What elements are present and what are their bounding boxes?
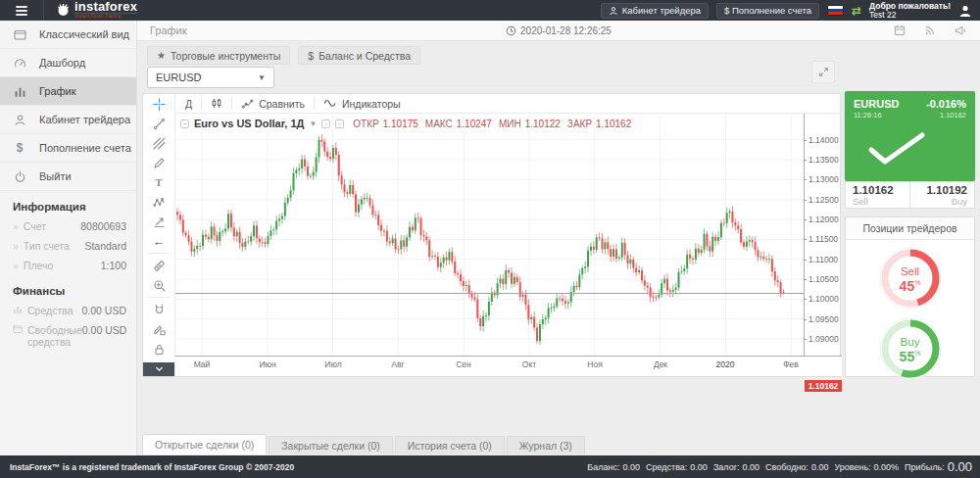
instrument-buttons-row: ★ Торговые инструменты $ Баланс и Средст… <box>147 46 420 65</box>
sell-price-cell[interactable]: 1.10162 Sell <box>845 181 910 209</box>
sidebar-item-1[interactable]: Дашборд <box>0 49 136 77</box>
power-icon <box>0 170 39 183</box>
draw-lock-icon[interactable] <box>143 319 174 339</box>
time-axis-label: Май <box>187 359 217 369</box>
price-scale[interactable]: 1.140001.135001.130001.125001.120001.115… <box>804 114 842 356</box>
footer-stat-value: 0.00% <box>874 462 900 472</box>
text-tool-icon[interactable]: T <box>143 172 174 192</box>
compare-button[interactable]: Сравнить <box>241 98 305 110</box>
check-icon <box>861 129 932 168</box>
classic-view-icon <box>0 28 39 41</box>
footer-copyright: InstaForex™ is a registered trademark of… <box>0 462 294 472</box>
info-section-title: Информация <box>0 191 136 216</box>
kv-label: Счет <box>24 220 46 232</box>
buy-price-cell[interactable]: 1.10192 Buy <box>910 181 975 209</box>
legend-settings-icon[interactable]: ◦ <box>335 120 344 128</box>
kv-value: Standard <box>84 240 126 252</box>
lion-logo-icon <box>56 3 71 18</box>
sidebar-kv-row: Средства0.00 USD <box>0 301 136 320</box>
bottom-tabs: Открытые сделки (0)Закрытые сделки (0)Ис… <box>142 434 585 454</box>
chevron-right-icon: » <box>13 220 19 232</box>
lock-icon[interactable] <box>143 339 174 358</box>
ruler-icon[interactable] <box>143 256 174 275</box>
sidebar-item-label: График <box>39 85 76 97</box>
chart-legend: − Euro vs US Dollar, 1Д ▼ ◦ ◦ ОТКР1.1017… <box>180 118 634 129</box>
footer-stat-value: 0.00 <box>622 462 640 472</box>
toolbar-collapse-button[interactable] <box>143 362 174 376</box>
brand-logo[interactable]: instaforex Instant Forex Trading <box>56 2 137 19</box>
sidebar-kv-row: »Счет80800693 <box>0 216 136 236</box>
footer-stat-label: Баланс: <box>587 462 619 472</box>
positions-title: Позиции трейдеров <box>846 217 974 240</box>
app-root: instaforex Instant Forex Trading Кабинет… <box>0 0 980 478</box>
drawing-toolbar: T← <box>143 94 175 376</box>
sell-gauge: Sell 45% <box>878 246 943 311</box>
candlestick-plot[interactable]: − Euro vs US Dollar, 1Д ▼ ◦ ◦ ОТКР1.1017… <box>175 114 804 356</box>
classic-view-icon <box>13 324 23 348</box>
arrow-left-icon[interactable]: ← <box>143 231 174 251</box>
zoom-in-icon[interactable] <box>143 275 174 295</box>
sidebar-item-label: Классический вид <box>39 28 129 40</box>
collapse-legend-icon[interactable]: − <box>180 120 189 128</box>
quote-card[interactable]: EURUSD -0.016% 11:26:16 1.10162 <box>845 91 975 181</box>
hamburger-menu-icon[interactable] <box>0 0 44 21</box>
symbol-select[interactable]: EURUSD ▼ <box>147 67 274 88</box>
sidebar-item-4[interactable]: $Пополнение счета <box>0 134 136 163</box>
footer-stat-label: Средства: <box>646 462 687 472</box>
time-axis-label: Фев <box>776 359 806 369</box>
fullscreen-expand-button[interactable] <box>811 61 835 83</box>
sidebar-item-label: Выйти <box>39 170 72 182</box>
kv-label: Тип счета <box>24 240 70 252</box>
footer-stat-label: Свободно: <box>765 462 808 472</box>
candles-icon <box>211 97 222 110</box>
sidebar-item-0[interactable]: Классический вид <box>0 21 136 49</box>
sidebar-item-label: Дашборд <box>39 57 85 69</box>
footer: InstaForex™ is a registered trademark of… <box>0 455 980 478</box>
interval-button[interactable]: Д <box>185 98 192 110</box>
sidebar-item-2[interactable]: График <box>0 77 136 106</box>
deposit-button[interactable]: $ Пополнение счета <box>716 3 819 19</box>
trend-line-icon[interactable] <box>143 114 174 133</box>
trading-instruments-button[interactable]: ★ Торговые инструменты <box>147 46 290 65</box>
sidebar-item-3[interactable]: Кабинет трейдера <box>0 106 136 134</box>
price-axis-label: 1.12000 <box>804 215 842 224</box>
time-axis-label: Окт <box>514 359 544 369</box>
pattern-icon[interactable] <box>143 192 174 212</box>
time-axis-label: Авг <box>383 359 413 369</box>
current-price-badge: 1.10162 <box>805 380 842 392</box>
welcome-text: Добро пожаловать! Test 22 <box>869 2 951 20</box>
price-axis-label: 1.09000 <box>804 334 842 344</box>
time-axis-label: Дек <box>646 359 675 369</box>
trader-cabinet-button[interactable]: Кабинет трейдера <box>601 3 709 19</box>
exchange-arrows-icon[interactable]: ⇄ <box>852 5 861 17</box>
brush-icon[interactable] <box>143 153 174 172</box>
quote-symbol: EURUSD <box>854 98 899 110</box>
time-axis-label: 2020 <box>710 359 740 369</box>
tab-3[interactable]: Журнал (3) <box>507 436 585 454</box>
balance-funds-button[interactable]: $ Баланс и Средства <box>298 46 420 65</box>
footer-stat-label: Уровень: <box>834 462 870 472</box>
chevron-down-icon: ▼ <box>258 73 266 82</box>
indicators-button[interactable]: Индикаторы <box>323 98 401 110</box>
quote-price: 1.10162 <box>940 111 966 120</box>
tab-1[interactable]: Закрытые сделки (0) <box>269 436 392 454</box>
dashboard-icon <box>0 57 39 70</box>
candle-style-button[interactable] <box>211 97 222 110</box>
user-avatar-icon[interactable] <box>958 4 972 18</box>
legend-symbol-title: Euro vs US Dollar, 1Д <box>194 118 304 129</box>
footer-stat-label: Прибыль: <box>905 462 945 472</box>
crosshair-icon[interactable] <box>143 94 174 114</box>
russian-flag-icon[interactable] <box>827 5 844 16</box>
time-axis[interactable]: МайИюнИюлАвгСенОктНояДек2020Фев <box>175 356 842 376</box>
sidebar-item-5[interactable]: Выйти <box>0 163 136 191</box>
gann-icon[interactable] <box>143 133 174 153</box>
forecast-icon[interactable] <box>143 212 174 231</box>
time-axis-label: Июн <box>253 359 282 369</box>
price-axis-label: 1.10000 <box>804 294 842 304</box>
compare-series-icon <box>241 98 254 110</box>
magnet-icon[interactable] <box>143 300 174 319</box>
tab-2[interactable]: История счета (0) <box>395 436 505 454</box>
tab-0[interactable]: Открытые сделки (0) <box>142 434 267 454</box>
legend-eye-icon[interactable]: ◦ <box>321 120 330 128</box>
server-datetime: 2020-01-28 12:26:25 <box>137 25 980 36</box>
